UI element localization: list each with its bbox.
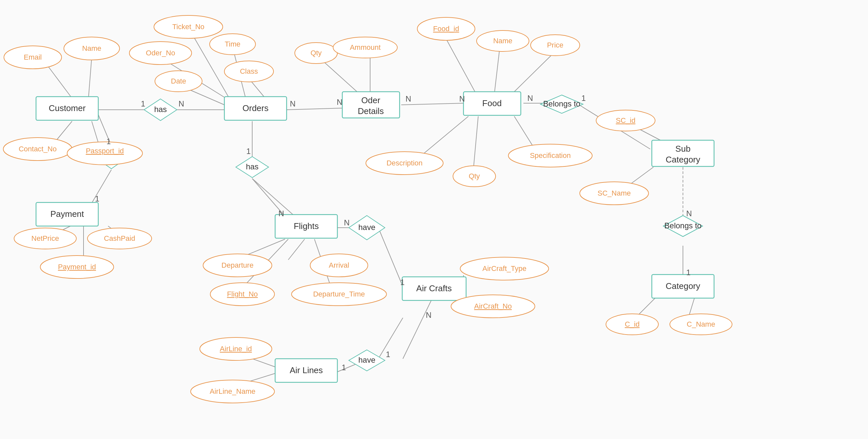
svg-line-16 bbox=[495, 50, 499, 92]
attr-description-label: Description bbox=[386, 159, 423, 167]
svg-line-11 bbox=[287, 108, 342, 110]
attr-name-customer-label: Name bbox=[82, 44, 101, 53]
relation-have3-label: have bbox=[358, 355, 375, 364]
attr-date-label: Date bbox=[171, 77, 186, 85]
card-orders-flights1: 1 bbox=[246, 147, 251, 156]
attr-payment-id-label: Payment_id bbox=[58, 263, 96, 271]
attr-sc-id-label: SC_id bbox=[616, 116, 636, 125]
svg-line-42 bbox=[378, 228, 403, 287]
card-orders-flights2: N bbox=[278, 209, 284, 218]
card-belongs-subcat1: 1 bbox=[581, 94, 586, 102]
attr-specification-label: Specification bbox=[530, 151, 571, 160]
attr-airline-id-label: AirLine_id bbox=[220, 345, 252, 353]
svg-line-49 bbox=[378, 318, 403, 359]
relation-has1-label: has bbox=[154, 105, 167, 114]
attr-departure-time-label: Departure_Time bbox=[313, 290, 365, 298]
relation-belongs2-label: Belongs to bbox=[664, 221, 701, 230]
svg-line-48 bbox=[337, 364, 357, 372]
svg-line-35 bbox=[252, 179, 295, 216]
svg-line-38 bbox=[288, 239, 305, 260]
svg-line-45 bbox=[403, 298, 432, 359]
attr-email-label: Email bbox=[24, 53, 41, 61]
card-food-belongs1: N bbox=[527, 94, 533, 102]
card-airlines-1: 1 bbox=[342, 363, 346, 372]
attr-cashpaid-label: CashPaid bbox=[104, 234, 135, 243]
attr-c-name-label: C_Name bbox=[687, 320, 715, 328]
svg-line-19 bbox=[473, 116, 478, 170]
entity-payment-label: Payment bbox=[51, 209, 84, 219]
attr-c-id-label: C_id bbox=[625, 320, 639, 328]
attr-name-food-label: Name bbox=[493, 37, 513, 45]
svg-line-0 bbox=[48, 65, 72, 98]
card-oder-food1: N bbox=[405, 94, 411, 103]
entity-subcategory-label-2: Category bbox=[665, 155, 700, 164]
attr-passport-id-label: Passport_id bbox=[86, 147, 124, 155]
attr-ammount-label: Ammount bbox=[350, 43, 381, 52]
card-oder-food2: N bbox=[459, 94, 465, 103]
card-orders-oder: N bbox=[290, 99, 296, 108]
svg-line-15 bbox=[445, 38, 475, 92]
attr-departure-label: Departure bbox=[221, 261, 253, 269]
attr-airline-name-label: AirLine_Name bbox=[210, 387, 255, 396]
entity-airlines-label: Air Lines bbox=[289, 365, 322, 375]
er-diagram: has Have has have Belongs to have Belong… bbox=[0, 0, 868, 439]
card-orders-has: N bbox=[179, 99, 184, 108]
card-flights-have: N bbox=[344, 218, 349, 227]
attr-time-label: Time bbox=[225, 40, 241, 48]
attr-flight-no-label: Flight_No bbox=[227, 290, 258, 298]
entity-customer-label: Customer bbox=[49, 103, 86, 113]
attr-class-label: Class bbox=[240, 67, 258, 75]
entity-orders-label: Orders bbox=[242, 103, 268, 113]
attr-ticket-no-label: Ticket_No bbox=[172, 23, 205, 31]
entity-food-label: Food bbox=[482, 98, 501, 108]
attr-arrival-label: Arrival bbox=[329, 261, 349, 269]
card-have-pay: 1 bbox=[95, 194, 99, 203]
relation-has2-label: has bbox=[246, 162, 259, 171]
card-aircrafts-have: 1 bbox=[400, 278, 405, 287]
attr-aircraft-type-label: AirCraft_Type bbox=[483, 264, 527, 273]
attr-sc-name-label: SC_Name bbox=[597, 189, 630, 197]
svg-line-18 bbox=[419, 116, 468, 157]
entity-subcategory-label-1: Sub bbox=[675, 144, 690, 154]
attr-price-label: Price bbox=[547, 41, 563, 49]
attr-contact-no-label: Contact_No bbox=[19, 145, 57, 153]
relation-have2-label: have bbox=[358, 223, 375, 231]
attr-netprice-label: NetPrice bbox=[31, 234, 59, 243]
attr-aircraft-no-label: AirCraft_No bbox=[474, 302, 512, 310]
relation-belongs1-label: Belongs to bbox=[543, 99, 580, 108]
card-subcat-n: N bbox=[686, 209, 692, 218]
svg-line-12 bbox=[324, 62, 357, 92]
attr-qty2-label: Qty bbox=[469, 172, 480, 180]
entity-category-label: Category bbox=[665, 281, 700, 291]
card-cat-1: 1 bbox=[686, 268, 690, 277]
entity-oder-details-label-1: Oder bbox=[361, 95, 380, 105]
card-customer-has: 1 bbox=[141, 99, 145, 108]
svg-line-17 bbox=[514, 53, 554, 92]
card-aircrafts-n: N bbox=[426, 311, 431, 319]
attr-food-id-label: Food_id bbox=[433, 25, 459, 33]
entity-aircrafts-label: Air Crafts bbox=[416, 283, 452, 293]
card-oder-details: N bbox=[337, 98, 342, 106]
attr-qty1-label: Qty bbox=[311, 49, 322, 57]
attr-oder-no-label: Oder_No bbox=[146, 49, 175, 57]
card-have-cust: 1 bbox=[106, 137, 111, 146]
card-have-airlines: 1 bbox=[386, 350, 390, 359]
svg-line-14 bbox=[401, 103, 463, 105]
entity-flights-label: Flights bbox=[294, 221, 319, 231]
svg-line-1 bbox=[88, 57, 92, 98]
svg-line-30 bbox=[92, 170, 112, 203]
entity-oder-details-label-2: Details bbox=[358, 106, 383, 116]
